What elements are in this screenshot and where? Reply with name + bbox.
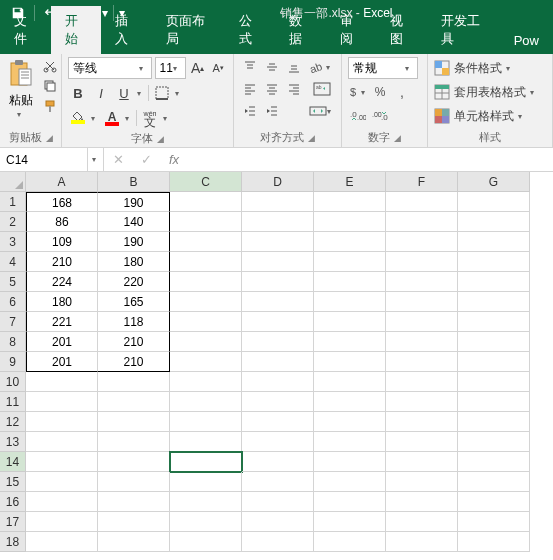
cell-F11[interactable] (386, 392, 458, 412)
cell-F5[interactable] (386, 272, 458, 292)
cell-C17[interactable] (170, 512, 242, 532)
align-top-icon[interactable] (240, 57, 260, 77)
cell-D9[interactable] (242, 352, 314, 372)
cell-E17[interactable] (314, 512, 386, 532)
cell-G13[interactable] (458, 432, 530, 452)
cell-E12[interactable] (314, 412, 386, 432)
align-right-icon[interactable] (284, 79, 304, 99)
cell-B5[interactable]: 220 (98, 272, 170, 292)
cell-E2[interactable] (314, 212, 386, 232)
cell-G11[interactable] (458, 392, 530, 412)
cell-A6[interactable]: 180 (26, 292, 98, 312)
cell-B12[interactable] (98, 412, 170, 432)
paste-dropdown[interactable]: ▾ (17, 110, 25, 119)
cell-G1[interactable] (458, 192, 530, 212)
cell-F17[interactable] (386, 512, 458, 532)
cell-D3[interactable] (242, 232, 314, 252)
tab-review[interactable]: 审阅 (326, 6, 377, 54)
cell-F3[interactable] (386, 232, 458, 252)
cell-G2[interactable] (458, 212, 530, 232)
bold-button[interactable]: B (68, 83, 88, 103)
cell-E18[interactable] (314, 532, 386, 552)
cell-G15[interactable] (458, 472, 530, 492)
cell-G12[interactable] (458, 412, 530, 432)
orientation-icon[interactable]: ab▾ (308, 57, 336, 77)
underline-dropdown[interactable]: ▾ (137, 89, 145, 98)
row-header-13[interactable]: 13 (0, 432, 26, 452)
cell-D12[interactable] (242, 412, 314, 432)
format-as-table-button[interactable]: 套用表格格式▾ (434, 81, 546, 103)
cell-E1[interactable] (314, 192, 386, 212)
cell-C10[interactable] (170, 372, 242, 392)
tab-power[interactable]: Pow (500, 27, 553, 54)
cell-B14[interactable] (98, 452, 170, 472)
font-size-select[interactable]: 11▾ (155, 57, 186, 79)
cell-D15[interactable] (242, 472, 314, 492)
cell-C18[interactable] (170, 532, 242, 552)
accounting-format-icon[interactable]: $▾ (348, 82, 368, 102)
cell-B18[interactable] (98, 532, 170, 552)
cell-D2[interactable] (242, 212, 314, 232)
border-button[interactable] (152, 83, 172, 103)
cell-F6[interactable] (386, 292, 458, 312)
cell-F14[interactable] (386, 452, 458, 472)
cell-D11[interactable] (242, 392, 314, 412)
cell-G4[interactable] (458, 252, 530, 272)
font-launcher-icon[interactable]: ◢ (157, 134, 164, 144)
cell-E5[interactable] (314, 272, 386, 292)
cell-F15[interactable] (386, 472, 458, 492)
cell-F18[interactable] (386, 532, 458, 552)
cell-E6[interactable] (314, 292, 386, 312)
phonetic-button[interactable]: wén文 (140, 108, 160, 128)
align-launcher-icon[interactable]: ◢ (308, 133, 315, 143)
paste-label[interactable]: 粘贴 (9, 92, 33, 109)
cell-B4[interactable]: 180 (98, 252, 170, 272)
cell-A2[interactable]: 86 (26, 212, 98, 232)
cell-D14[interactable] (242, 452, 314, 472)
cell-A3[interactable]: 109 (26, 232, 98, 252)
align-bottom-icon[interactable] (284, 57, 304, 77)
cell-D13[interactable] (242, 432, 314, 452)
column-header-B[interactable]: B (98, 172, 170, 192)
cell-A4[interactable]: 210 (26, 252, 98, 272)
cell-D6[interactable] (242, 292, 314, 312)
cell-E8[interactable] (314, 332, 386, 352)
cell-F1[interactable] (386, 192, 458, 212)
wrap-text-icon[interactable]: ab (308, 79, 336, 99)
cell-B3[interactable]: 190 (98, 232, 170, 252)
decrease-indent-icon[interactable] (240, 101, 260, 121)
row-header-2[interactable]: 2 (0, 212, 26, 232)
select-all-corner[interactable] (0, 172, 26, 192)
cell-G5[interactable] (458, 272, 530, 292)
cell-E14[interactable] (314, 452, 386, 472)
cell-B16[interactable] (98, 492, 170, 512)
row-header-15[interactable]: 15 (0, 472, 26, 492)
row-header-10[interactable]: 10 (0, 372, 26, 392)
cell-C16[interactable] (170, 492, 242, 512)
clipboard-launcher-icon[interactable]: ◢ (46, 133, 53, 143)
align-left-icon[interactable] (240, 79, 260, 99)
cell-C9[interactable] (170, 352, 242, 372)
cell-D1[interactable] (242, 192, 314, 212)
phonetic-dropdown[interactable]: ▾ (163, 114, 171, 123)
fx-icon[interactable]: fx (160, 148, 188, 171)
cell-D4[interactable] (242, 252, 314, 272)
row-header-4[interactable]: 4 (0, 252, 26, 272)
row-header-7[interactable]: 7 (0, 312, 26, 332)
cell-D17[interactable] (242, 512, 314, 532)
tab-page-layout[interactable]: 页面布局 (152, 6, 225, 54)
cell-E10[interactable] (314, 372, 386, 392)
row-header-6[interactable]: 6 (0, 292, 26, 312)
conditional-format-button[interactable]: 条件格式▾ (434, 57, 546, 79)
cell-E9[interactable] (314, 352, 386, 372)
cell-E15[interactable] (314, 472, 386, 492)
cell-D5[interactable] (242, 272, 314, 292)
row-header-1[interactable]: 1 (0, 192, 26, 212)
fill-dropdown[interactable]: ▾ (91, 114, 99, 123)
cell-A18[interactable] (26, 532, 98, 552)
cell-C14[interactable] (170, 452, 242, 472)
cell-A15[interactable] (26, 472, 98, 492)
cell-C6[interactable] (170, 292, 242, 312)
row-header-3[interactable]: 3 (0, 232, 26, 252)
cell-C11[interactable] (170, 392, 242, 412)
